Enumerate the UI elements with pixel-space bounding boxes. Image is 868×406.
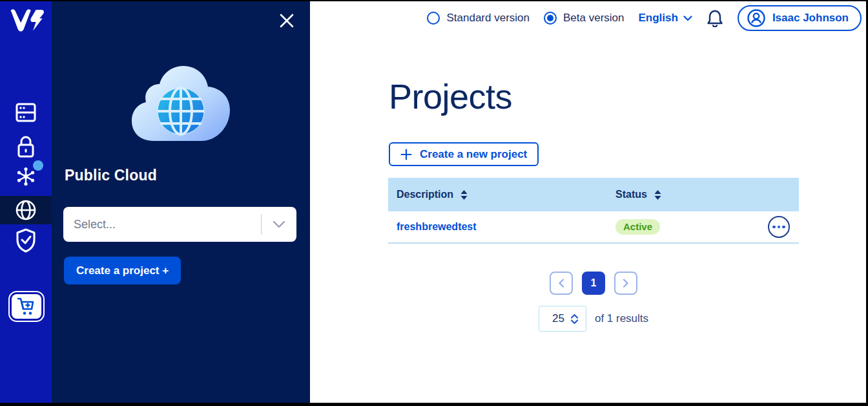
sidebar-item-private-cloud[interactable] [0, 133, 52, 162]
page-size-select[interactable]: 25 [539, 306, 586, 332]
plus-icon [400, 149, 412, 160]
table-row: freshbrewedtest Active [388, 211, 799, 244]
shield-check-icon [15, 228, 37, 253]
notifications-bell-icon[interactable] [707, 9, 723, 27]
select-placeholder: Select... [63, 218, 261, 231]
user-name: Isaac Johnson [772, 12, 849, 25]
public-cloud-panel: Public Cloud Select... Create a project … [52, 1, 310, 403]
chevron-down-icon [683, 16, 692, 21]
chevron-left-icon [558, 279, 564, 288]
status-badge: Active [615, 219, 660, 235]
sidebar-item-network[interactable] [0, 162, 52, 191]
page-size-row: 25 of 1 results [388, 306, 799, 332]
main-content: Standard version Beta version English [310, 1, 866, 403]
user-menu-button[interactable]: Isaac Johnson [738, 5, 862, 31]
sidebar-item-public-cloud[interactable] [0, 196, 52, 224]
close-icon[interactable] [278, 12, 296, 30]
sidebar-item-baremetal[interactable] [0, 98, 52, 127]
row-actions-menu-button[interactable] [768, 216, 790, 238]
create-new-project-button[interactable]: Create a new project [389, 142, 539, 166]
radio-unselected-icon [427, 12, 440, 25]
top-bar: Standard version Beta version English [310, 1, 866, 35]
pagination: 1 [388, 272, 799, 295]
product-rail [0, 1, 52, 403]
stepper-icon [570, 314, 579, 325]
sidebar-item-order[interactable] [8, 291, 45, 322]
project-link[interactable]: freshbrewedtest [397, 221, 477, 232]
column-header-description[interactable]: Description [397, 189, 468, 200]
ovhcloud-logo[interactable] [7, 6, 45, 36]
product-title: Public Cloud [65, 167, 157, 184]
chevron-down-icon [262, 220, 296, 228]
project-select[interactable]: Select... [63, 207, 296, 242]
sidebar-item-security[interactable] [0, 226, 52, 255]
globe-icon [14, 198, 37, 222]
chevron-right-icon [623, 279, 629, 288]
create-project-button[interactable]: Create a project + [64, 257, 181, 284]
sort-icon[interactable] [460, 190, 468, 200]
radio-selected-icon [544, 12, 557, 25]
projects-table: Description Status [388, 178, 799, 244]
page-title: Projects [389, 76, 512, 116]
standard-version-radio[interactable]: Standard version [427, 12, 530, 25]
previous-page-button[interactable] [550, 272, 573, 295]
cloud-globe-illustration [129, 58, 232, 147]
server-icon [15, 102, 37, 123]
cart-add-icon [16, 297, 37, 316]
user-avatar-icon [747, 8, 766, 28]
column-header-status[interactable]: Status [615, 189, 661, 200]
page-number-button[interactable]: 1 [582, 272, 605, 295]
results-count: of 1 results [595, 312, 648, 325]
beta-version-radio[interactable]: Beta version [544, 12, 625, 25]
language-selector[interactable]: English [638, 12, 692, 25]
lock-icon [16, 136, 36, 159]
app-window: Public Cloud Select... Create a project … [0, 0, 868, 406]
table-header-row: Description Status [388, 178, 799, 211]
sort-icon[interactable] [654, 190, 661, 200]
notification-dot [33, 160, 43, 171]
next-page-button[interactable] [614, 272, 637, 295]
